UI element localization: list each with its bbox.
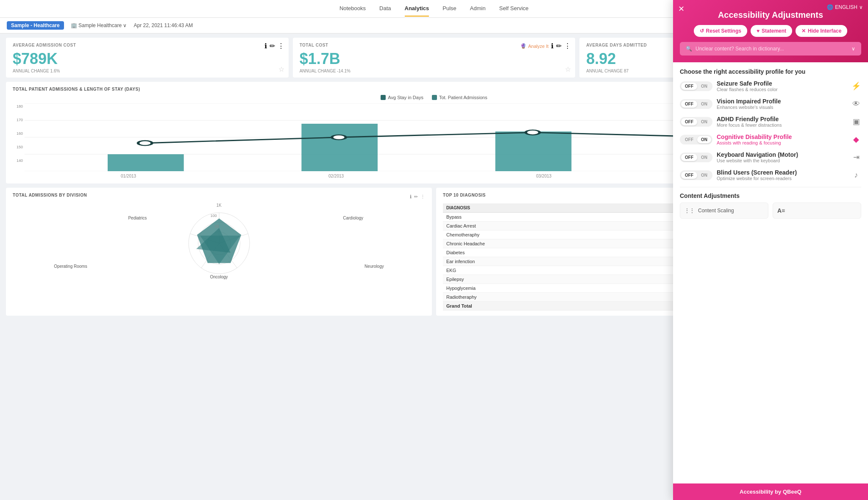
search-chevron-icon: ∨ (851, 46, 855, 52)
profile-name-4: Keyboard Navigation (Motor) (717, 151, 847, 158)
profile-icon-5: ♪ (851, 171, 861, 180)
radar-chart-svg (181, 205, 257, 281)
content-adj-row: ⋮⋮ Content Scaling A≡ (680, 203, 861, 219)
toggle-off-0[interactable]: OFF (681, 83, 697, 90)
diagnosis-name: Cardiac Arrest (443, 222, 689, 231)
a11y-button-row: ↺ Reset Settings ♥ Statement ✕ Hide Inte… (680, 25, 861, 37)
svg-rect-5 (108, 154, 184, 171)
a11y-profile-row: OFFONSeizure Safe ProfileClear flashes &… (680, 80, 861, 92)
reset-icon: ↺ (700, 28, 704, 34)
font-adj-item[interactable]: A≡ (773, 203, 861, 219)
a11y-footer: Accessibility by QBeeQ (673, 483, 868, 500)
diagnosis-name: Chemotheraphy (443, 231, 689, 239)
col-diagnosis: DIAGNOSIS (443, 203, 689, 213)
division-oncology: Oncology (210, 275, 228, 279)
toggle-on-4[interactable]: ON (697, 154, 711, 161)
profile-desc-4: Use website with the keyboard (717, 158, 847, 163)
x-label-2: 02/2013 (232, 174, 440, 178)
diagnosis-name: EKG (443, 266, 689, 275)
toggle-on-5[interactable]: ON (697, 172, 711, 179)
breadcrumb-pill: Sample - Healthcare (7, 21, 64, 30)
svg-rect-6 (301, 124, 378, 171)
nav-admin[interactable]: Admin (470, 5, 486, 17)
diagnosis-name: Diabetes (443, 248, 689, 257)
a11y-search-bar: 🔍 ∨ (680, 42, 861, 56)
content-scaling-icon: ⋮⋮ (684, 208, 695, 214)
profile-toggle-3[interactable]: OFFON (680, 135, 712, 144)
profile-toggle-5[interactable]: OFFON (680, 170, 712, 180)
reset-settings-button[interactable]: ↺ Reset Settings (694, 25, 747, 37)
profile-name-5: Blind Users (Screen Reader) (717, 169, 847, 176)
toggle-on-3[interactable]: ON (697, 136, 711, 143)
division-neurology: Neurology (364, 264, 384, 269)
toggle-on-0[interactable]: ON (697, 83, 711, 90)
profile-toggle-4[interactable]: OFFON (680, 153, 712, 162)
profile-toggle-1[interactable]: OFFON (680, 99, 712, 109)
diagnosis-name: Bypass (443, 213, 689, 222)
nav-data[interactable]: Data (379, 5, 391, 17)
star-icon-2[interactable]: ☆ (565, 65, 571, 73)
nav-analytics[interactable]: Analytics (405, 5, 429, 17)
a11y-close-button[interactable]: ✕ (678, 4, 684, 14)
nav-pulse[interactable]: Pulse (442, 5, 456, 17)
hide-interface-button[interactable]: ✕ Hide Interface (796, 25, 847, 37)
a11y-profile-row: OFFONADHD Friendly ProfileMore focus & f… (680, 116, 861, 128)
breadcrumb-timestamp: Apr 22, 2021 11:46:43 AM (134, 22, 192, 28)
nav-self-service[interactable]: Self Service (499, 5, 529, 17)
analyze-it-button[interactable]: 🔮 Analyze It (520, 43, 548, 49)
svg-rect-7 (495, 131, 572, 171)
content-adj-title: Content Adjustments (680, 187, 861, 199)
kpi-total-cost: TOTAL COST 🔮 Analyze It ℹ ✏ ⋮ $1.7B ANNU… (293, 38, 576, 78)
profile-desc-5: Optimize website for screen-readers (717, 176, 847, 181)
division-more-icon[interactable]: ⋮ (420, 194, 425, 200)
profile-icon-4: ⇥ (851, 153, 861, 162)
a11y-search-input[interactable] (696, 46, 848, 52)
division-chart-title: TOTAL ADMISSIONS BY DIVISION (13, 193, 87, 197)
profile-icon-1: 👁 (851, 100, 861, 108)
more-icon[interactable]: ⋮ (278, 42, 284, 50)
a11y-profile-row: OFFONBlind Users (Screen Reader)Optimize… (680, 169, 861, 181)
a11y-title: Accessibility Adjustments (680, 10, 861, 20)
toggle-off-5[interactable]: OFF (681, 172, 697, 179)
profile-name-3: Cognitive Disability Profile (717, 133, 847, 140)
kpi-avg-admission: AVERAGE ADMISSION COST ℹ ✏ ⋮ $789K ANNUA… (6, 38, 289, 78)
edit-icon[interactable]: ✏ (270, 42, 275, 50)
division-info-icon[interactable]: ℹ (410, 194, 412, 200)
content-scaling-item[interactable]: ⋮⋮ Content Scaling (680, 203, 768, 219)
profile-toggle-2[interactable]: OFFON (680, 117, 712, 127)
hide-icon: ✕ (801, 28, 806, 34)
a11y-language-selector[interactable]: 🌐 ENGLISH ∨ (827, 4, 863, 10)
toggle-off-3[interactable]: OFF (681, 136, 697, 143)
diagnosis-name: Chronic Headache (443, 239, 689, 248)
division-cardiology: Cardiology (343, 216, 363, 220)
toggle-off-2[interactable]: OFF (681, 118, 697, 125)
a11y-profile-row: OFFONVision Impaired ProfileEnhances web… (680, 98, 861, 110)
info-icon-2[interactable]: ℹ (551, 42, 554, 50)
radar-label-1k: 1K (216, 203, 221, 208)
profile-icon-3: ◆ (851, 135, 861, 144)
statement-button[interactable]: ♥ Statement (751, 25, 792, 37)
toggle-on-1[interactable]: ON (697, 100, 711, 108)
profile-toggle-0[interactable]: OFFON (680, 81, 712, 91)
profile-icon-0: ⚡ (851, 81, 861, 91)
nav-notebooks[interactable]: Notebooks (339, 5, 366, 17)
toggle-on-2[interactable]: ON (697, 118, 711, 125)
content-scaling-label: Content Scaling (698, 208, 734, 214)
info-icon[interactable]: ℹ (264, 42, 267, 50)
toggle-off-1[interactable]: OFF (681, 100, 697, 108)
accessibility-panel: ✕ 🌐 ENGLISH ∨ Accessibility Adjustments … (673, 0, 868, 500)
a11y-profile-row: OFFONKeyboard Navigation (Motor)Use webs… (680, 151, 861, 163)
profile-desc-3: Assists with reading & focusing (717, 140, 847, 145)
legend-avg-stay: Avg Stay in Days (381, 95, 423, 100)
division-edit-icon[interactable]: ✏ (414, 194, 418, 200)
x-label-3: 03/2013 (440, 174, 648, 178)
division-pediatrics: Pediatrics (128, 216, 147, 220)
edit-icon-2[interactable]: ✏ (556, 42, 562, 50)
profile-name-0: Seizure Safe Profile (717, 80, 847, 87)
star-icon-1[interactable]: ☆ (278, 65, 284, 73)
division-chart-card: TOTAL ADMISSIONS BY DIVISION ℹ ✏ ⋮ 1K 10… (6, 188, 432, 316)
more-icon-2[interactable]: ⋮ (564, 42, 571, 50)
toggle-off-4[interactable]: OFF (681, 154, 697, 161)
kpi-avg-admission-label: AVERAGE ADMISSION COST (13, 43, 282, 47)
statement-icon: ♥ (757, 28, 760, 34)
